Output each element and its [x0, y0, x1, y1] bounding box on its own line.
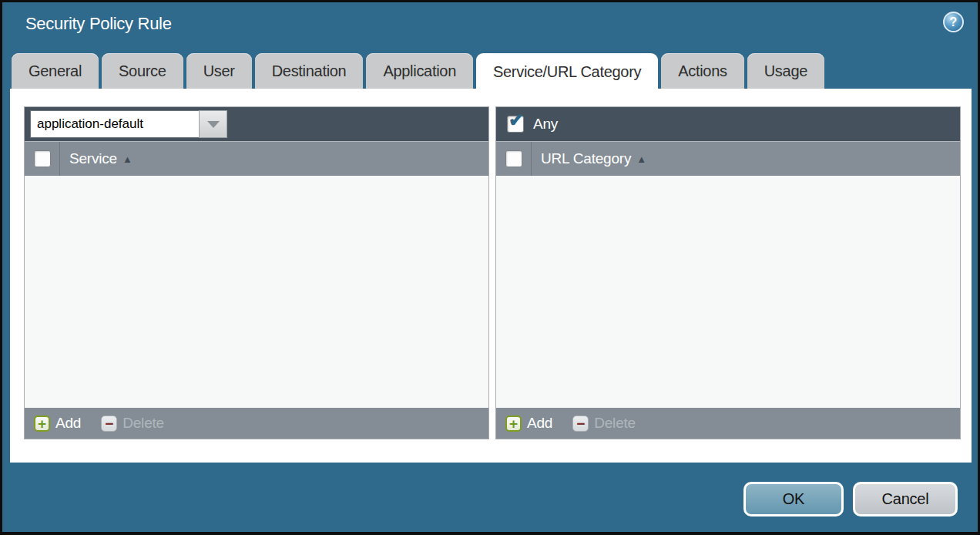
- chevron-down-icon: [207, 121, 220, 128]
- page-title: Security Policy Rule: [25, 14, 172, 34]
- service-panel: Service ▲ + Add − Delete: [24, 106, 489, 439]
- tab-usage[interactable]: Usage: [747, 53, 824, 89]
- sort-asc-icon: ▲: [636, 153, 646, 165]
- plus-icon: +: [34, 416, 50, 432]
- url-category-panel-toolbar: ✔ Any: [496, 107, 960, 141]
- title-bar: Security Policy Rule ?: [2, 2, 978, 51]
- ok-button[interactable]: OK: [743, 482, 844, 516]
- sort-asc-icon: ▲: [123, 153, 133, 165]
- delete-url-category-button[interactable]: − Delete: [572, 415, 636, 432]
- service-type-input[interactable]: [30, 110, 199, 138]
- tab-general[interactable]: General: [12, 53, 99, 89]
- any-label: Any: [533, 116, 558, 133]
- checkmark-icon: ✔: [508, 111, 524, 130]
- url-category-column-label: URL Category: [541, 150, 631, 167]
- any-row: ✔ Any: [501, 116, 558, 133]
- service-list: [25, 176, 488, 408]
- minus-icon: −: [101, 416, 117, 432]
- tab-content: Service ▲ + Add − Delete ✔: [10, 89, 972, 463]
- tab-user[interactable]: User: [186, 53, 252, 89]
- service-type-combo: [30, 110, 227, 138]
- service-panel-footer: + Add − Delete: [25, 408, 488, 439]
- tab-strip: General Source User Destination Applicat…: [12, 53, 968, 89]
- any-checkbox[interactable]: ✔: [507, 116, 524, 133]
- service-column-label: Service: [69, 150, 117, 167]
- url-category-panel-footer: + Add − Delete: [496, 408, 960, 439]
- url-category-column-header[interactable]: URL Category ▲: [496, 141, 960, 176]
- service-column-header[interactable]: Service ▲: [25, 141, 488, 176]
- tab-service-url-category[interactable]: Service/URL Category: [476, 53, 658, 90]
- service-panel-toolbar: [25, 107, 488, 141]
- help-icon[interactable]: ?: [943, 12, 964, 32]
- cancel-button[interactable]: Cancel: [853, 482, 958, 516]
- select-all-services-checkbox[interactable]: [34, 150, 51, 167]
- dialog-footer: OK Cancel: [743, 482, 958, 516]
- minus-icon: −: [572, 416, 589, 432]
- tab-source[interactable]: Source: [102, 53, 183, 89]
- security-policy-rule-dialog: Security Policy Rule ? General Source Us…: [2, 2, 978, 532]
- add-service-button[interactable]: + Add: [34, 415, 81, 432]
- delete-service-button[interactable]: − Delete: [101, 415, 164, 432]
- select-all-url-categories-checkbox[interactable]: [505, 150, 522, 167]
- plus-icon: +: [505, 416, 522, 432]
- service-type-dropdown-button[interactable]: [199, 110, 227, 138]
- tab-actions[interactable]: Actions: [661, 53, 744, 89]
- url-category-panel: ✔ Any URL Category ▲ + Add −: [495, 106, 961, 439]
- add-url-category-button[interactable]: + Add: [505, 415, 552, 432]
- tab-application[interactable]: Application: [366, 53, 473, 89]
- tab-destination[interactable]: Destination: [255, 53, 364, 89]
- url-category-list: [496, 176, 960, 408]
